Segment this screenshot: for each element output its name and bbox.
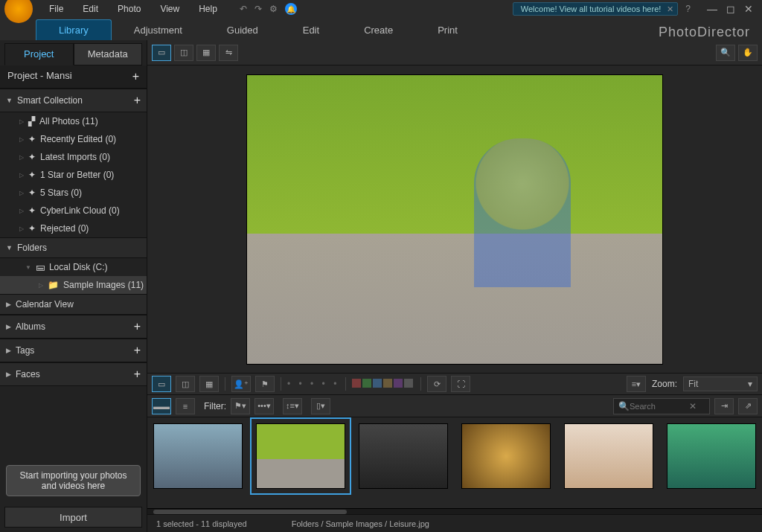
smart-item-1[interactable]: ▷✦Recently Edited (0) [0,130,147,148]
help-icon[interactable]: ? [685,4,691,14]
rotate-icon[interactable]: ⟳ [427,376,446,392]
smart-item-4[interactable]: ▷✦5 Stars (0) [0,184,147,202]
stack-icon[interactable]: ▯▾ [311,398,330,414]
color-labels[interactable] [352,379,414,390]
filmstrip[interactable] [147,417,762,508]
layout-grid-icon[interactable]: ▦ [199,376,219,392]
flag-icon[interactable]: ⚑ [255,376,275,392]
list-menu-icon[interactable]: ≡▾ [627,376,646,392]
filter-flag-icon[interactable]: ⚑▾ [231,398,250,414]
notification-icon[interactable]: 🔔 [285,3,297,15]
color-label[interactable] [394,379,403,388]
project-title: Project - Mansi [7,70,72,83]
thumbnail-selected[interactable] [256,423,345,489]
add-button[interactable]: + [134,344,141,357]
brand-label: PhotoDirector [659,25,750,40]
import-button[interactable]: Import [4,507,142,528]
menu-photo[interactable]: Photo [109,1,150,17]
color-label[interactable] [373,379,382,388]
export-icon[interactable]: ⇥ [714,398,734,414]
add-smart-collection-button[interactable]: + [134,94,141,107]
tab-project[interactable]: Project [4,43,74,65]
thumbnail[interactable] [359,423,448,489]
color-label[interactable] [352,379,361,388]
menu-help[interactable]: Help [190,1,226,17]
section-faces[interactable]: ▶Faces+ [0,362,147,386]
mode-adjustment[interactable]: Adjustment [112,20,205,40]
redo-icon[interactable]: ↷ [254,4,262,14]
clear-search-icon[interactable]: ✕ [689,401,697,411]
mode-library[interactable]: Library [36,19,112,40]
filmstrip-scrollbar[interactable] [147,508,762,514]
smart-item-3[interactable]: ▷✦1 Star or Better (0) [0,166,147,184]
chevron-right-icon: ▶ [6,347,11,354]
view-compare-icon[interactable]: ◫ [174,45,193,61]
chevron-down-icon: ▼ [6,244,13,251]
smart-item-6[interactable]: ▷✦Rejected (0) [0,219,147,237]
section-calendar-view[interactable]: ▶Calendar View [0,294,147,315]
smart-item-0[interactable]: ▷▞All Photos (11) [0,112,147,130]
add-project-button[interactable]: + [132,70,139,83]
add-button[interactable]: + [134,368,141,381]
tree-item-label: Rejected (0) [40,223,89,234]
close-window-icon[interactable]: ✕ [744,3,753,15]
mode-edit[interactable]: Edit [281,20,342,40]
thumbnail[interactable] [564,423,653,489]
view-single-icon[interactable]: ▭ [152,45,171,61]
sort-icon[interactable]: ↕≡▾ [283,398,302,414]
thumbnail[interactable] [153,423,243,489]
add-button[interactable]: + [134,320,141,333]
layout-split-icon[interactable]: ◫ [176,376,195,392]
tree-item-label: All Photos (11) [39,116,98,126]
preview-area[interactable] [147,65,762,373]
tab-metadata[interactable]: Metadata [74,43,143,65]
zoom-select[interactable]: Fit ▾ [683,376,758,391]
screen-icon[interactable]: ⛶ [451,376,470,392]
mode-guided[interactable]: Guided [205,20,281,40]
welcome-text: Welcome! View all tutorial videos here! [521,4,662,13]
thumbnail[interactable] [667,423,756,489]
gear-icon[interactable]: ⚙ [269,4,278,14]
share-icon[interactable]: ⇗ [738,398,758,414]
undo-icon[interactable]: ↶ [240,4,247,14]
color-label[interactable] [383,379,392,388]
section-smart-collection[interactable]: ▼ Smart Collection + [0,89,147,112]
menu-edit[interactable]: Edit [74,1,107,17]
section-folders[interactable]: ▼ Folders [0,237,147,258]
mode-print[interactable]: Print [415,20,480,40]
filter-rating-icon[interactable]: •••▾ [254,398,274,414]
menu-file[interactable]: File [40,1,72,17]
smart-item-2[interactable]: ▷✦Latest Imports (0) [0,148,147,166]
welcome-banner[interactable]: Welcome! View all tutorial videos here! … [513,2,679,16]
search-icon: 🔍 [618,401,630,411]
browser-thumb-icon[interactable]: ▬▬ [152,398,171,414]
search-input[interactable] [630,402,689,411]
folder-sample-images[interactable]: ▷ 📁 Sample Images (11) [0,276,147,294]
chevron-right-icon: ▶ [6,301,11,308]
section-label: Tags [16,345,134,356]
face-tag-icon[interactable]: 👤⁺ [231,376,251,392]
rating-stars[interactable]: • • • • • [287,379,339,389]
section-albums[interactable]: ▶Albums+ [0,315,147,339]
minimize-icon[interactable]: — [707,3,717,15]
maximize-icon[interactable]: ◻ [726,3,735,15]
zoom-label: Zoom: [652,379,677,389]
pan-tool-icon[interactable]: ✋ [738,45,758,61]
tree-item-label: 1 Star or Better (0) [40,170,114,180]
view-mirror-icon[interactable]: ⇋ [219,45,238,61]
section-tags[interactable]: ▶Tags+ [0,339,147,362]
view-grid-icon[interactable]: ▦ [196,45,216,61]
zoom-tool-icon[interactable]: 🔍 [716,45,735,61]
layout-single-icon[interactable]: ▭ [152,376,171,392]
close-welcome-icon[interactable]: ✕ [667,4,673,14]
browser-list-icon[interactable]: ≡ [176,398,195,414]
thumbnail[interactable] [461,423,551,489]
folder-local-disk[interactable]: ▼ 🖴 Local Disk (C:) [0,258,147,276]
menu-view[interactable]: View [151,1,188,17]
smart-item-5[interactable]: ▷✦CyberLink Cloud (0) [0,202,147,219]
mode-create[interactable]: Create [342,20,415,40]
color-label[interactable] [404,379,413,388]
search-box[interactable]: 🔍 ✕ [613,398,710,414]
color-label[interactable] [362,379,371,388]
chevron-right-icon: ▶ [6,371,11,378]
